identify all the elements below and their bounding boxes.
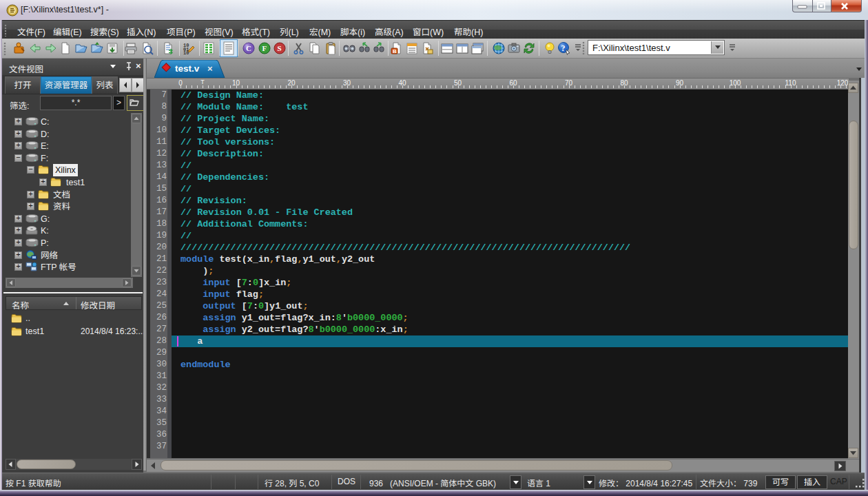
svg-text:test.v: test.v — [175, 63, 200, 74]
svg-text:B: B — [393, 48, 397, 54]
svg-text:C: C — [246, 44, 251, 52]
svg-text:?: ? — [561, 43, 566, 53]
svg-text:S: S — [278, 44, 282, 52]
svg-text:F: F — [262, 44, 267, 52]
svg-text:10: 10 — [183, 50, 189, 55]
svg-text:×: × — [207, 63, 213, 74]
